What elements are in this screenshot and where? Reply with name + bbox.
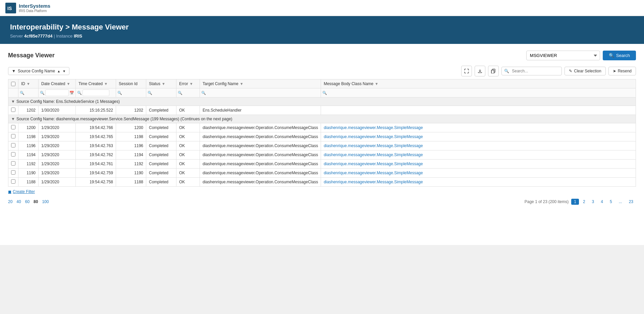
resend-icon: ➤: [613, 69, 616, 73]
page-link-5[interactable]: 5: [607, 199, 615, 205]
table-row[interactable]: 1190 1/29/2020 19:54:42.759 1190 Complet…: [8, 169, 636, 178]
time-filter-input[interactable]: [83, 89, 109, 96]
target-filter-icon[interactable]: ▼: [240, 82, 244, 86]
table-row[interactable]: 1192 1/29/2020 19:54:42.761 1192 Complet…: [8, 160, 636, 169]
row-checkbox[interactable]: [11, 134, 15, 138]
table-row[interactable]: 1188 1/29/2020 19:54:42.758 1188 Complet…: [8, 178, 636, 187]
row-checkbox[interactable]: [11, 161, 15, 166]
row-status: Completed: [146, 160, 176, 169]
filter-error-cell: 🔍: [176, 88, 200, 98]
row-checkbox[interactable]: [11, 108, 15, 112]
page-size-40[interactable]: 40: [16, 199, 21, 204]
calendar-icon[interactable]: 📅: [69, 91, 74, 95]
row-msgbody: diashenrique.messageviewer.Message.Simpl…: [321, 169, 636, 178]
row-id[interactable]: 1196: [18, 141, 39, 150]
row-error: OK: [176, 150, 200, 160]
row-id[interactable]: 1202: [18, 106, 39, 115]
page-link-last[interactable]: 23: [626, 199, 636, 205]
page-size-60[interactable]: 60: [25, 199, 30, 204]
status-filter-icon[interactable]: ▼: [162, 82, 165, 86]
page-link-1[interactable]: 1: [571, 199, 579, 205]
table-header-row: ID ▼ Date Created ▼ Time Created ▼: [8, 79, 636, 88]
page-link-4[interactable]: 4: [598, 199, 606, 205]
row-target: diashenrique.messageviewer.Operation.Con…: [200, 123, 321, 132]
filter-id-cell: 🔍: [18, 88, 39, 98]
row-msgbody: diashenrique.messageviewer.Message.Simpl…: [321, 150, 636, 160]
row-status: Completed: [146, 169, 176, 178]
row-id[interactable]: 1192: [18, 160, 39, 169]
row-id[interactable]: 1188: [18, 178, 39, 187]
row-checkbox[interactable]: [11, 125, 15, 129]
date-filter-icon[interactable]: ▼: [66, 82, 70, 86]
row-time: 15:16:25.522: [76, 106, 116, 115]
row-id[interactable]: 1198: [18, 132, 39, 141]
row-id[interactable]: 1200: [18, 123, 39, 132]
copy-icon-button[interactable]: [488, 66, 499, 76]
clear-selection-button[interactable]: ✎ Clear Selection: [565, 67, 605, 75]
row-session: 1194: [116, 150, 146, 160]
row-id[interactable]: 1190: [18, 169, 39, 178]
row-session: 1190: [116, 169, 146, 178]
main-content: Message Viewer MSGVIEWER 🔍 Search ▼ Sour…: [0, 44, 644, 245]
table-row[interactable]: 1194 1/29/2020 19:54:42.762 1194 Complet…: [8, 150, 636, 160]
page-link-3[interactable]: 3: [589, 199, 597, 205]
row-msgbody: [321, 106, 636, 115]
row-status: Completed: [146, 106, 176, 115]
page-size-100[interactable]: 100: [42, 199, 49, 204]
collapse-button[interactable]: ▼: [11, 99, 15, 104]
id-filter-icon[interactable]: ▼: [26, 82, 30, 86]
row-date: 1/30/2020: [39, 106, 76, 115]
clear-icon: ✎: [569, 69, 572, 73]
row-checkbox-cell: [8, 169, 18, 178]
page-link-2[interactable]: 2: [580, 199, 588, 205]
time-filter-search-icon: 🔍: [77, 91, 82, 95]
expand-icon-button[interactable]: [461, 66, 472, 76]
error-filter-icon[interactable]: ▼: [190, 82, 193, 86]
filter-icon: ◼: [8, 189, 11, 194]
table-row[interactable]: 1202 1/30/2020 15:16:25.522 1202 Complet…: [8, 106, 636, 115]
id-filter-search-icon: 🔍: [20, 91, 24, 95]
row-checkbox[interactable]: [11, 152, 15, 156]
resend-button[interactable]: ➤ Resend: [608, 67, 636, 75]
row-time: 19:54:42.758: [76, 178, 116, 187]
sort-down-icon: ▼: [62, 69, 66, 73]
date-filter-input[interactable]: [45, 89, 69, 96]
row-id[interactable]: 1194: [18, 150, 39, 160]
msgbody-filter-icon[interactable]: ▼: [375, 82, 378, 86]
row-date: 1/29/2020: [39, 132, 76, 141]
row-checkbox-cell: [8, 178, 18, 187]
row-date: 1/29/2020: [39, 169, 76, 178]
namespace-select[interactable]: MSGVIEWER: [526, 51, 600, 60]
th-target-config: Target Config Name ▼: [200, 79, 321, 88]
time-filter-icon[interactable]: ▼: [104, 82, 108, 86]
group-row: ▼Source Config Name: diashenrique.messag…: [8, 115, 636, 123]
global-search-input[interactable]: [501, 67, 562, 75]
row-checkbox[interactable]: [11, 179, 15, 184]
row-status: Completed: [146, 123, 176, 132]
collapse-button[interactable]: ▼: [11, 117, 15, 121]
export-icon-button[interactable]: [475, 66, 485, 76]
filter-status-cell: 🔍: [146, 88, 176, 98]
page-size-80[interactable]: 80: [34, 199, 38, 204]
th-session-label: Session Id: [119, 81, 138, 86]
create-filter-link[interactable]: ◼ Create Filter: [8, 189, 636, 194]
select-all-checkbox[interactable]: [11, 82, 15, 86]
svg-rect-3: [491, 70, 494, 73]
row-error: OK: [176, 169, 200, 178]
table-row[interactable]: 1196 1/29/2020 19:54:42.763 1196 Complet…: [8, 141, 636, 150]
search-icon: 🔍: [609, 53, 614, 58]
sort-up-icon: ▲: [57, 69, 60, 73]
table-row[interactable]: 1200 1/29/2020 19:54:42.766 1200 Complet…: [8, 123, 636, 132]
row-error: OK: [176, 106, 200, 115]
row-checkbox[interactable]: [11, 143, 15, 147]
row-target: diashenrique.messageviewer.Operation.Con…: [200, 160, 321, 169]
header-search-button[interactable]: 🔍 Search: [603, 51, 636, 60]
page-sizes: 20 40 60 80 100: [8, 199, 49, 204]
brand-sub: IRIS Data Platform: [19, 9, 50, 13]
table-row[interactable]: 1198 1/29/2020 19:54:42.765 1198 Complet…: [8, 132, 636, 141]
logo-area: IS InterSystems IRIS Data Platform: [5, 3, 50, 13]
page-title: Interoperability > Message Viewer: [10, 23, 634, 32]
page-size-20[interactable]: 20: [8, 199, 12, 204]
source-config-filter[interactable]: ▼ Source Config Name ▲ ▼: [8, 67, 69, 75]
row-checkbox[interactable]: [11, 170, 15, 175]
